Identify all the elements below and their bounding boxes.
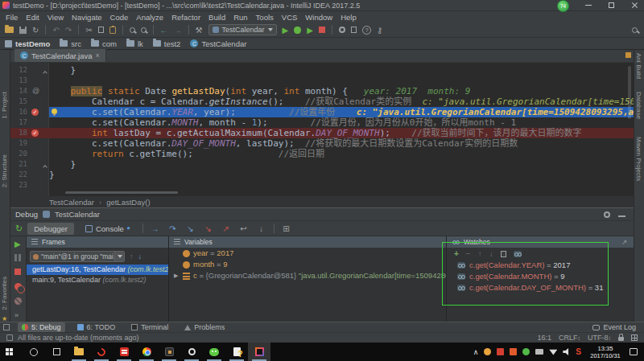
- taskbar-chrome[interactable]: [135, 343, 158, 361]
- code-line-12[interactable]: 12 }: [10, 65, 634, 76]
- tool-button-debug[interactable]: 5: Debug: [18, 322, 65, 332]
- sogou-input-icon[interactable]: S: [576, 347, 581, 356]
- debug-settings-gear-icon[interactable]: [604, 211, 610, 218]
- breakpoint-icon[interactable]: ✓: [31, 129, 39, 137]
- redo-icon[interactable]: ↷: [65, 26, 72, 35]
- intention-bulb-icon[interactable]: [52, 109, 57, 114]
- maximize-icon[interactable]: [609, 2, 614, 8]
- more-icon[interactable]: »: [14, 311, 19, 319]
- taskbar-task-view[interactable]: [45, 343, 68, 361]
- wifi-icon[interactable]: [549, 349, 557, 355]
- force-step-into-icon[interactable]: ↘: [202, 224, 215, 233]
- horizontal-scrollbar[interactable]: [65, 191, 178, 194]
- breadcrumb-method[interactable]: getLastDay(): [106, 198, 150, 207]
- tool-stripe-structure[interactable]: 2: Structure: [1, 154, 8, 187]
- menu-edit[interactable]: Edit: [22, 13, 43, 22]
- taskbar-red-app[interactable]: [113, 343, 135, 361]
- run-to-cursor-icon[interactable]: ↓: [255, 224, 268, 233]
- fold-marker-icon[interactable]: [43, 71, 47, 76]
- undo-icon[interactable]: ↶: [52, 26, 59, 35]
- menu-run[interactable]: Run: [229, 13, 251, 22]
- move-watch-down-icon[interactable]: ↓: [489, 249, 493, 258]
- paste-icon[interactable]: [109, 27, 116, 34]
- fold-marker-icon[interactable]: [43, 165, 47, 170]
- menu-window[interactable]: Window: [301, 13, 336, 22]
- nav-crumb-com[interactable]: com: [91, 39, 117, 48]
- minimize-icon[interactable]: [585, 5, 592, 6]
- taskbar-settings[interactable]: [180, 343, 203, 361]
- hide-panel-icon[interactable]: [618, 215, 625, 217]
- nav-crumb-testdemo[interactable]: testDemo: [5, 39, 50, 48]
- menu-refactor[interactable]: Refactor: [167, 13, 204, 22]
- encoding-selector[interactable]: UTF-8↕: [588, 334, 611, 342]
- watch-row[interactable]: c.get(Calendar.YEAR) = 2017: [447, 260, 634, 271]
- frame-row[interactable]: getLastDay:16, TestCalendar (com.lk.test…: [27, 265, 168, 275]
- variable-row[interactable]: ▶c = {GregorianCalendar@581} "java.util.…: [169, 270, 446, 281]
- code-line-16[interactable]: 16✓ c.set(Calendar.YEAR, year); //设置年份 c…: [10, 107, 634, 117]
- volume-icon[interactable]: [563, 348, 570, 355]
- add-to-watches-icon[interactable]: [514, 251, 522, 257]
- code-line-17[interactable]: 17 c.set(Calendar.MONTH, month - 1); //设…: [10, 117, 634, 128]
- expand-arrow-icon[interactable]: ▶: [174, 270, 180, 281]
- mute-breakpoints-icon[interactable]: [14, 297, 22, 305]
- debug-session-tab[interactable]: TestCalendar: [55, 210, 100, 219]
- code-line-18[interactable]: 18✓ int lastDay = c.getActualMaximum(Cal…: [10, 128, 634, 138]
- tool-stripe-maven-projects[interactable]: Maven Projects: [635, 137, 642, 181]
- thread-dropdown-arrow[interactable]: [114, 252, 124, 261]
- watch-row[interactable]: c.get(Calendar.DAY_OF_MONTH) = 31: [447, 282, 634, 293]
- frame-down-icon[interactable]: ↓: [138, 252, 142, 260]
- tab-close-icon[interactable]: ×: [96, 51, 100, 59]
- remove-watch-icon[interactable]: −: [466, 249, 471, 258]
- taskbar-file-explorer[interactable]: [68, 343, 90, 361]
- menu-code[interactable]: Code: [106, 13, 133, 22]
- tab-debugger[interactable]: Debugger: [27, 223, 74, 235]
- frame-up-icon[interactable]: ↑: [130, 252, 134, 260]
- add-watch-icon[interactable]: +: [454, 249, 459, 258]
- taskbar-wechat[interactable]: [203, 343, 225, 361]
- tab-console[interactable]: Console *: [79, 223, 137, 235]
- overlay-badge[interactable]: 74: [557, 0, 569, 12]
- taskbar-browser-360[interactable]: [90, 343, 113, 361]
- nav-crumb-testcalendar[interactable]: TestCalendar: [190, 39, 246, 48]
- taskbar-intellij-idea[interactable]: [248, 343, 270, 361]
- editor-tab-testcalendar[interactable]: TestCalendar.java ×: [14, 49, 106, 62]
- step-into-icon[interactable]: ↘: [184, 224, 197, 233]
- debug-icon[interactable]: [294, 27, 301, 34]
- menu-help[interactable]: Help: [336, 13, 361, 22]
- resume-icon[interactable]: ▶: [14, 240, 21, 248]
- menu-analyze[interactable]: Analyze: [132, 13, 167, 22]
- pause-icon[interactable]: [14, 254, 21, 261]
- variable-row[interactable]: year = 2017: [169, 248, 446, 259]
- menu-view[interactable]: View: [43, 13, 68, 22]
- synchronize-icon[interactable]: ↻: [32, 26, 39, 35]
- show-execution-point-icon[interactable]: →: [149, 224, 162, 233]
- action-center-icon[interactable]: [630, 348, 638, 355]
- external-tool-icon[interactable]: ⚷: [377, 26, 382, 35]
- taskbar-start[interactable]: [0, 343, 23, 361]
- taskbar-dark-app[interactable]: [158, 343, 180, 361]
- project-structure-icon[interactable]: [351, 27, 357, 33]
- hidden-icons-chevron-icon[interactable]: ∧: [473, 348, 479, 356]
- cut-icon[interactable]: ✂: [85, 26, 92, 35]
- duplicate-watch-icon[interactable]: [501, 251, 506, 257]
- code-line-22[interactable]: 22}: [10, 170, 634, 180]
- code-line-23[interactable]: 23: [10, 180, 634, 191]
- tool-stripe-ant-build[interactable]: Ant Build: [635, 53, 642, 79]
- taskbar-dev-tool[interactable]: [225, 343, 248, 361]
- evaluate-expression-icon[interactable]: ⊞: [280, 224, 293, 233]
- nav-crumb-lk[interactable]: lk: [126, 39, 143, 48]
- code-line-13[interactable]: 13: [10, 76, 634, 86]
- caret-position[interactable]: 16:1: [537, 334, 551, 342]
- tray-orange-icon[interactable]: [484, 348, 491, 355]
- title-bar[interactable]: testDemo - [D:\project\testDemo] - [test…: [0, 0, 644, 11]
- find-icon[interactable]: [130, 27, 135, 33]
- inspections-icon[interactable]: [631, 334, 638, 341]
- breakpoint-icon[interactable]: ✓: [31, 109, 39, 116]
- taskbar-clock[interactable]: 13:35 2017/10/31: [587, 345, 624, 359]
- view-breakpoints-icon[interactable]: [14, 283, 22, 290]
- save-all-icon[interactable]: [19, 27, 27, 34]
- frame-row[interactable]: main:9, TestCalendar (com.lk.test2): [27, 275, 168, 285]
- breadcrumb-class[interactable]: TestCalendar: [49, 198, 94, 207]
- menu-vcs[interactable]: VCS: [278, 13, 302, 22]
- drop-frame-icon[interactable]: ↩: [237, 224, 250, 233]
